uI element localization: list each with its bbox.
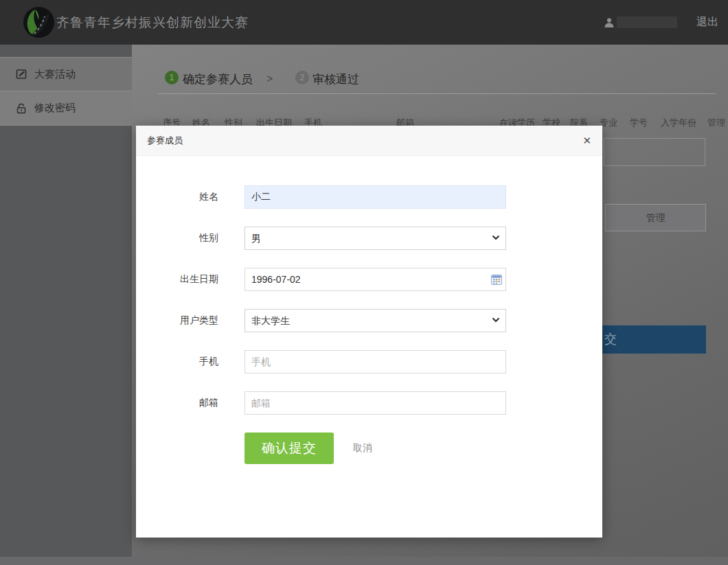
step-2-badge: 2: [295, 71, 309, 84]
birthdate-input[interactable]: [244, 268, 506, 291]
name-input[interactable]: [244, 185, 506, 209]
birthdate-label: 出生日期: [136, 273, 218, 286]
step-separator: >: [266, 73, 273, 85]
table-row: [604, 138, 705, 166]
email-label: 邮箱: [136, 397, 218, 409]
phone-input[interactable]: [244, 350, 506, 373]
gender-select[interactable]: 男: [244, 227, 506, 250]
calendar-icon[interactable]: [491, 275, 502, 285]
member-dialog: 参赛成员 ✕ 姓名 性别 男 出生日期: [136, 126, 602, 538]
manage-button[interactable]: 管理: [605, 204, 706, 231]
user-type-select[interactable]: 非大学生: [244, 309, 506, 332]
step-1-badge: 1: [165, 71, 179, 84]
cancel-button[interactable]: 取消: [353, 442, 372, 454]
page-title: 齐鲁青年乡村振兴创新创业大赛: [56, 0, 249, 45]
app-header: 齐鲁青年乡村振兴创新创业大赛 退出: [0, 0, 728, 45]
sidebar-item-label: 大赛活动: [34, 68, 76, 81]
lock-icon: [15, 102, 27, 115]
column-header: 管理: [707, 117, 725, 129]
username-redacted: [617, 16, 677, 28]
name-label: 姓名: [136, 191, 218, 203]
phone-label: 手机: [136, 356, 218, 368]
dialog-header: 参赛成员 ✕: [136, 126, 602, 156]
dialog-title: 参赛成员: [147, 135, 183, 147]
app-logo-icon: [23, 7, 54, 38]
page-bottom-band: [0, 557, 728, 565]
step-2-label: 审核通过: [312, 71, 359, 87]
column-header: 学号: [630, 117, 648, 129]
email-input[interactable]: [244, 391, 506, 415]
user-icon: [604, 17, 615, 28]
step-1-label: 确定参赛人员: [183, 71, 253, 87]
sidebar-item-change-password[interactable]: 修改密码: [0, 91, 132, 126]
logout-button[interactable]: 退出: [696, 15, 718, 30]
close-icon[interactable]: ✕: [582, 135, 591, 146]
user-type-label: 用户类型: [136, 314, 218, 327]
sidebar: 大赛活动 修改密码: [0, 45, 132, 565]
divider: [158, 93, 716, 94]
column-header: 入学年份: [661, 117, 696, 129]
sidebar-item-contest-activity[interactable]: 大赛活动: [0, 57, 132, 91]
contest-activity-icon: [15, 68, 27, 80]
gender-label: 性别: [136, 232, 218, 244]
sidebar-item-label: 修改密码: [34, 102, 76, 115]
confirm-submit-button[interactable]: 确认提交: [244, 433, 334, 464]
